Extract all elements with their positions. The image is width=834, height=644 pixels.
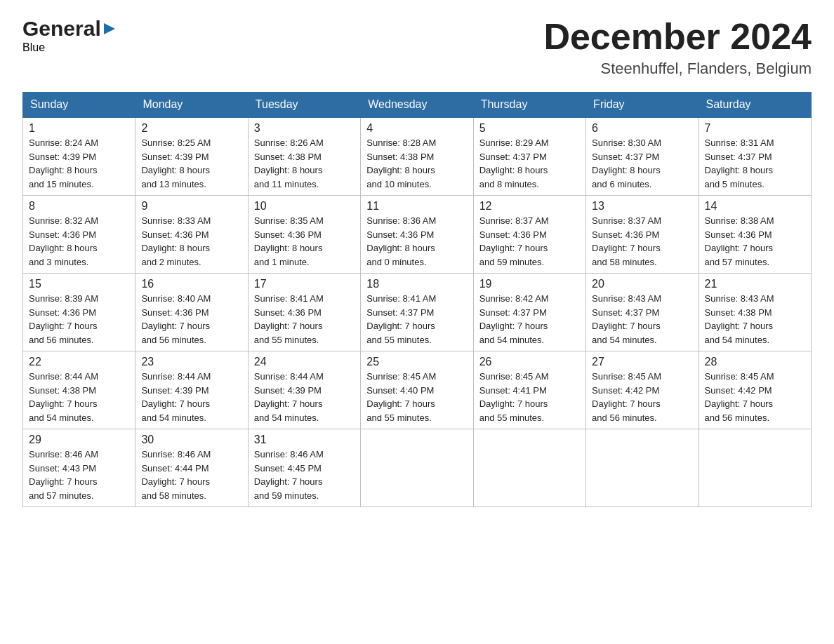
day-info: Sunrise: 8:46 AM Sunset: 4:44 PM Dayligh…	[141, 448, 241, 502]
day-info: Sunrise: 8:30 AM Sunset: 4:37 PM Dayligh…	[592, 136, 692, 191]
day-number: 10	[254, 200, 355, 213]
day-info: Sunrise: 8:32 AM Sunset: 4:36 PM Dayligh…	[29, 214, 129, 269]
day-info: Sunrise: 8:38 AM Sunset: 4:36 PM Dayligh…	[705, 214, 805, 269]
day-number: 9	[141, 200, 241, 213]
day-info: Sunrise: 8:28 AM Sunset: 4:38 PM Dayligh…	[366, 136, 467, 191]
day-number: 24	[254, 356, 355, 368]
calendar-cell: 2Sunrise: 8:25 AM Sunset: 4:39 PM Daylig…	[135, 117, 248, 196]
day-number: 20	[592, 278, 692, 290]
calendar-week-row: 29Sunrise: 8:46 AM Sunset: 4:43 PM Dayli…	[23, 429, 812, 507]
calendar-week-row: 22Sunrise: 8:44 AM Sunset: 4:38 PM Dayli…	[23, 351, 812, 429]
day-number: 5	[479, 122, 580, 135]
weekday-header-row: SundayMondayTuesdayWednesdayThursdayFrid…	[23, 93, 812, 118]
page-header: General Blue December 2024 Steenhuffel, …	[22, 17, 812, 78]
day-number: 18	[366, 278, 467, 290]
day-number: 25	[366, 356, 467, 368]
day-number: 31	[254, 434, 355, 446]
logo: General Blue	[22, 17, 117, 54]
calendar-cell: 15Sunrise: 8:39 AM Sunset: 4:36 PM Dayli…	[23, 274, 135, 351]
calendar-cell: 19Sunrise: 8:42 AM Sunset: 4:37 PM Dayli…	[473, 274, 585, 351]
calendar-cell: 24Sunrise: 8:44 AM Sunset: 4:39 PM Dayli…	[248, 351, 360, 429]
calendar-cell: 29Sunrise: 8:46 AM Sunset: 4:43 PM Dayli…	[23, 429, 135, 507]
day-info: Sunrise: 8:45 AM Sunset: 4:42 PM Dayligh…	[592, 370, 692, 424]
day-info: Sunrise: 8:39 AM Sunset: 4:36 PM Dayligh…	[29, 292, 129, 347]
calendar-cell: 31Sunrise: 8:46 AM Sunset: 4:45 PM Dayli…	[248, 429, 360, 507]
calendar-week-row: 15Sunrise: 8:39 AM Sunset: 4:36 PM Dayli…	[23, 274, 812, 351]
calendar-cell: 16Sunrise: 8:40 AM Sunset: 4:36 PM Dayli…	[135, 274, 248, 351]
calendar-cell: 23Sunrise: 8:44 AM Sunset: 4:39 PM Dayli…	[135, 351, 248, 429]
day-info: Sunrise: 8:26 AM Sunset: 4:38 PM Dayligh…	[254, 136, 355, 191]
weekday-header-tuesday: Tuesday	[248, 93, 360, 118]
calendar-cell	[699, 429, 811, 507]
day-info: Sunrise: 8:44 AM Sunset: 4:38 PM Dayligh…	[29, 370, 129, 424]
day-number: 4	[366, 122, 467, 135]
day-info: Sunrise: 8:43 AM Sunset: 4:38 PM Dayligh…	[705, 292, 805, 347]
day-number: 29	[29, 434, 129, 446]
day-info: Sunrise: 8:45 AM Sunset: 4:40 PM Dayligh…	[366, 370, 467, 424]
title-area: December 2024 Steenhuffel, Flanders, Bel…	[543, 17, 812, 78]
calendar-cell: 7Sunrise: 8:31 AM Sunset: 4:37 PM Daylig…	[699, 117, 811, 196]
day-number: 19	[479, 278, 580, 290]
day-number: 22	[29, 356, 129, 368]
calendar-week-row: 1Sunrise: 8:24 AM Sunset: 4:39 PM Daylig…	[23, 117, 812, 196]
day-info: Sunrise: 8:45 AM Sunset: 4:42 PM Dayligh…	[705, 370, 805, 424]
logo-arrow-icon	[102, 22, 117, 36]
weekday-header-friday: Friday	[586, 93, 699, 118]
day-info: Sunrise: 8:41 AM Sunset: 4:37 PM Dayligh…	[366, 292, 467, 347]
weekday-header-thursday: Thursday	[473, 93, 585, 118]
day-number: 26	[479, 356, 580, 368]
day-number: 21	[705, 278, 805, 290]
weekday-header-monday: Monday	[135, 93, 248, 118]
day-number: 27	[592, 356, 692, 368]
calendar-cell: 4Sunrise: 8:28 AM Sunset: 4:38 PM Daylig…	[361, 117, 473, 196]
day-info: Sunrise: 8:42 AM Sunset: 4:37 PM Dayligh…	[479, 292, 580, 347]
calendar-cell: 14Sunrise: 8:38 AM Sunset: 4:36 PM Dayli…	[699, 196, 811, 274]
day-info: Sunrise: 8:29 AM Sunset: 4:37 PM Dayligh…	[479, 136, 580, 191]
day-info: Sunrise: 8:37 AM Sunset: 4:36 PM Dayligh…	[592, 214, 692, 269]
calendar-cell: 6Sunrise: 8:30 AM Sunset: 4:37 PM Daylig…	[586, 117, 699, 196]
day-info: Sunrise: 8:33 AM Sunset: 4:36 PM Dayligh…	[141, 214, 241, 269]
calendar-cell: 10Sunrise: 8:35 AM Sunset: 4:36 PM Dayli…	[248, 196, 360, 274]
calendar-cell: 12Sunrise: 8:37 AM Sunset: 4:36 PM Dayli…	[473, 196, 585, 274]
day-number: 8	[29, 200, 129, 213]
day-number: 6	[592, 122, 692, 135]
day-number: 1	[29, 122, 129, 135]
day-info: Sunrise: 8:41 AM Sunset: 4:36 PM Dayligh…	[254, 292, 355, 347]
calendar-week-row: 8Sunrise: 8:32 AM Sunset: 4:36 PM Daylig…	[23, 196, 812, 274]
day-info: Sunrise: 8:36 AM Sunset: 4:36 PM Dayligh…	[366, 214, 467, 269]
day-info: Sunrise: 8:31 AM Sunset: 4:37 PM Dayligh…	[705, 136, 805, 191]
calendar-cell: 18Sunrise: 8:41 AM Sunset: 4:37 PM Dayli…	[361, 274, 473, 351]
day-info: Sunrise: 8:45 AM Sunset: 4:41 PM Dayligh…	[479, 370, 580, 424]
calendar-cell: 5Sunrise: 8:29 AM Sunset: 4:37 PM Daylig…	[473, 117, 585, 196]
calendar-table: SundayMondayTuesdayWednesdayThursdayFrid…	[22, 92, 812, 507]
day-number: 17	[254, 278, 355, 290]
calendar-cell: 28Sunrise: 8:45 AM Sunset: 4:42 PM Dayli…	[699, 351, 811, 429]
day-number: 3	[254, 122, 355, 135]
calendar-cell: 1Sunrise: 8:24 AM Sunset: 4:39 PM Daylig…	[23, 117, 135, 196]
calendar-cell: 3Sunrise: 8:26 AM Sunset: 4:38 PM Daylig…	[248, 117, 360, 196]
day-number: 15	[29, 278, 129, 290]
day-info: Sunrise: 8:35 AM Sunset: 4:36 PM Dayligh…	[254, 214, 355, 269]
calendar-cell: 30Sunrise: 8:46 AM Sunset: 4:44 PM Dayli…	[135, 429, 248, 507]
day-number: 2	[141, 122, 241, 135]
calendar-cell: 9Sunrise: 8:33 AM Sunset: 4:36 PM Daylig…	[135, 196, 248, 274]
calendar-cell: 11Sunrise: 8:36 AM Sunset: 4:36 PM Dayli…	[361, 196, 473, 274]
day-number: 30	[141, 434, 241, 446]
calendar-title: December 2024	[543, 17, 812, 57]
day-info: Sunrise: 8:40 AM Sunset: 4:36 PM Dayligh…	[141, 292, 241, 347]
calendar-cell: 21Sunrise: 8:43 AM Sunset: 4:38 PM Dayli…	[699, 274, 811, 351]
day-info: Sunrise: 8:37 AM Sunset: 4:36 PM Dayligh…	[479, 214, 580, 269]
logo-general: General	[22, 17, 101, 41]
calendar-cell: 26Sunrise: 8:45 AM Sunset: 4:41 PM Dayli…	[473, 351, 585, 429]
day-info: Sunrise: 8:25 AM Sunset: 4:39 PM Dayligh…	[141, 136, 241, 191]
calendar-cell	[586, 429, 699, 507]
weekday-header-sunday: Sunday	[23, 93, 135, 118]
svg-marker-0	[104, 23, 115, 34]
calendar-cell	[361, 429, 473, 507]
calendar-cell: 17Sunrise: 8:41 AM Sunset: 4:36 PM Dayli…	[248, 274, 360, 351]
day-info: Sunrise: 8:43 AM Sunset: 4:37 PM Dayligh…	[592, 292, 692, 347]
day-info: Sunrise: 8:44 AM Sunset: 4:39 PM Dayligh…	[141, 370, 241, 424]
day-number: 23	[141, 356, 241, 368]
calendar-cell: 13Sunrise: 8:37 AM Sunset: 4:36 PM Dayli…	[586, 196, 699, 274]
weekday-header-wednesday: Wednesday	[361, 93, 473, 118]
